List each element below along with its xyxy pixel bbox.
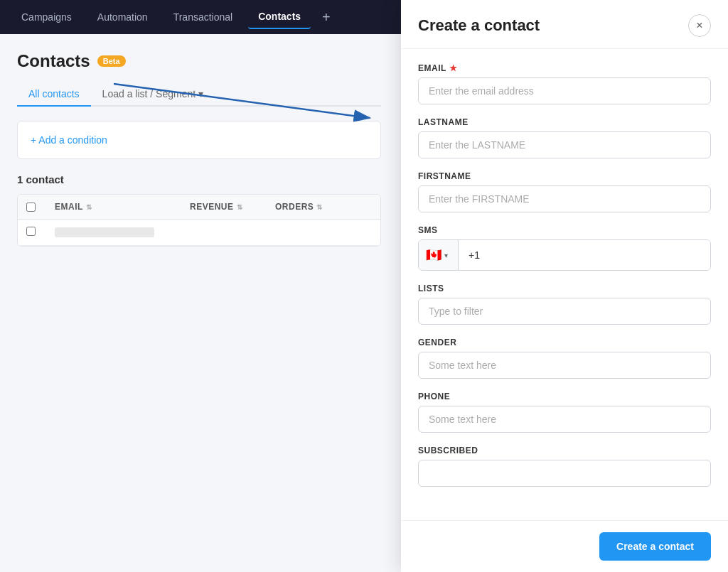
gender-input[interactable] [418,352,711,379]
phone-label: PHONE [418,392,711,401]
create-contact-button[interactable]: Create a contact [599,532,711,561]
row-revenue-cell [181,225,267,239]
main-content: Contacts Beta All contacts Load a list /… [0,34,398,264]
th-checkbox [18,195,46,219]
email-form-group: EMAIL ★ [418,63,711,104]
lists-form-group: LISTS [418,284,711,325]
tabs-bar: All contacts Load a list / Segment ▾ [17,82,381,107]
page-title-area: Contacts Beta [17,51,381,71]
subscribed-input[interactable] [418,460,711,487]
row-checkbox-cell [18,220,46,245]
create-contact-panel: Create a contact × EMAIL ★ LASTNAME FIRS… [401,0,728,572]
phone-input[interactable] [418,406,711,433]
panel-overlay: Create a contact × EMAIL ★ LASTNAME FIRS… [401,0,728,572]
contact-count: 1 contact [17,173,381,185]
panel-body: EMAIL ★ LASTNAME FIRSTNAME SMS � [401,49,728,520]
th-orders[interactable]: ORDERS ⇅ [267,195,352,219]
sms-country-select[interactable]: 🇨🇦 ▾ [419,240,459,270]
panel-header: Create a contact × [401,0,728,49]
panel-title: Create a contact [418,16,540,35]
contacts-table: EMAIL ⇅ REVENUE ⇅ ORDERS ⇅ [17,194,381,247]
subscribed-form-group: SUBSCRIBED [418,446,711,487]
required-star: ★ [449,63,458,73]
tab-all-contacts[interactable]: All contacts [17,82,91,107]
nav-contacts[interactable]: Contacts [248,5,311,29]
nav-add-icon[interactable]: + [316,6,336,28]
firstname-label: FIRSTNAME [418,171,711,181]
beta-badge: Beta [97,55,126,67]
lastname-label: LASTNAME [418,117,711,127]
th-actions [352,195,380,219]
email-blur [55,227,154,237]
lists-input[interactable] [418,298,711,325]
sms-input-group: 🇨🇦 ▾ [418,239,711,271]
lastname-input[interactable] [418,131,711,158]
page-title: Contacts [17,51,90,71]
sort-icon-orders: ⇅ [316,203,323,211]
lists-label: LISTS [418,284,711,293]
chevron-down-icon: ▾ [198,88,203,99]
row-email-cell [46,220,181,244]
canada-flag-icon: 🇨🇦 [426,247,441,263]
lastname-form-group: LASTNAME [418,117,711,158]
select-all-checkbox[interactable] [26,203,36,212]
sort-icon-email: ⇅ [86,203,92,211]
sms-label: SMS [418,225,711,235]
flag-chevron-icon: ▾ [444,252,448,259]
tab-load-segment[interactable]: Load a list / Segment ▾ [91,82,215,107]
subscribed-label: SUBSCRIBED [418,446,711,455]
close-button[interactable]: × [688,14,711,37]
nav-transactional[interactable]: Transactional [164,6,243,28]
gender-form-group: GENDER [418,338,711,379]
th-revenue[interactable]: REVENUE ⇅ [181,195,267,219]
firstname-form-group: FIRSTNAME [418,171,711,212]
sort-icon-revenue: ⇅ [237,203,243,211]
condition-area: + Add a condition [17,121,381,159]
table-header: EMAIL ⇅ REVENUE ⇅ ORDERS ⇅ [18,195,380,220]
nav-automation[interactable]: Automation [87,6,158,28]
row-checkbox[interactable] [26,227,36,236]
firstname-input[interactable] [418,185,711,212]
email-label: EMAIL ★ [418,63,711,73]
table-row [18,220,380,246]
row-orders-cell [267,225,352,239]
gender-label: GENDER [418,338,711,347]
email-input[interactable] [418,77,711,104]
nav-campaigns[interactable]: Campaigns [11,6,82,28]
panel-footer: Create a contact [401,520,728,572]
th-email[interactable]: EMAIL ⇅ [46,195,181,219]
add-condition-button[interactable]: + Add a condition [31,134,107,146]
row-action-cell [352,225,380,239]
phone-form-group: PHONE [418,392,711,433]
sms-number-input[interactable] [459,240,710,270]
sms-form-group: SMS 🇨🇦 ▾ [418,225,711,271]
